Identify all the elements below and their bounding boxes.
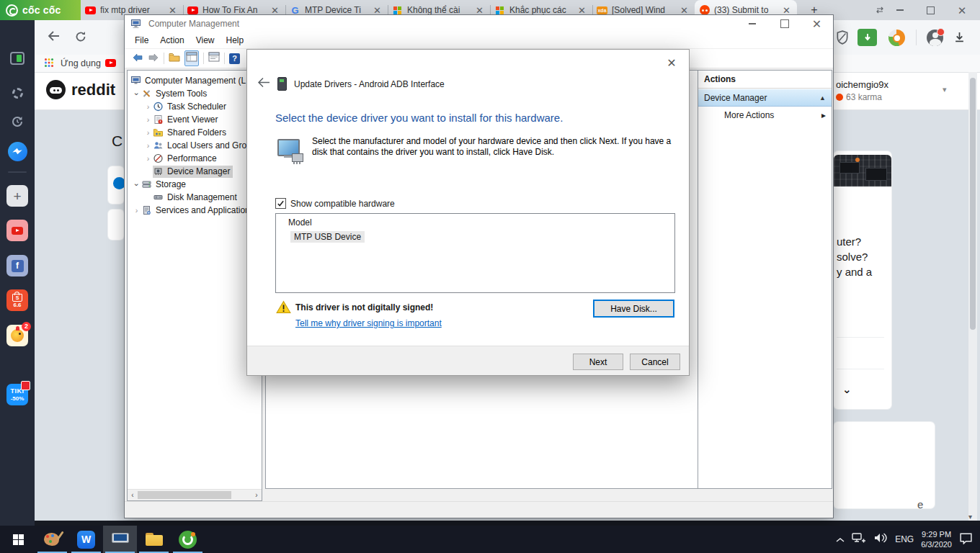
sidebar-history-icon[interactable] xyxy=(6,111,28,132)
cm-close-button[interactable]: ✕ xyxy=(801,15,833,32)
scroll-thumb[interactable] xyxy=(138,491,231,499)
sidebar-youtube-icon[interactable] xyxy=(6,220,28,241)
downloads-tray-icon[interactable] xyxy=(954,32,965,45)
adblock-shield-icon[interactable] xyxy=(836,30,849,48)
menu-action[interactable]: Action xyxy=(154,34,190,47)
browser-reload-icon[interactable] xyxy=(75,31,86,45)
start-button[interactable] xyxy=(1,526,35,553)
toolbar-back-icon[interactable] xyxy=(132,52,143,65)
sidebar-shopee-icon[interactable]: S6.6 xyxy=(6,289,28,311)
expander-closed-icon[interactable] xyxy=(143,116,153,124)
expander-closed-icon[interactable] xyxy=(143,103,153,111)
reddit-logo[interactable]: reddit xyxy=(46,80,115,99)
apps-grid-icon[interactable] xyxy=(45,58,53,67)
page-bottom-strip xyxy=(35,521,980,526)
toolbar-export-icon[interactable] xyxy=(169,52,180,65)
collapse-chevron-icon[interactable]: ⌄ xyxy=(842,383,852,396)
sidebar-messenger-icon[interactable] xyxy=(6,140,28,162)
tray-show-hidden-icons[interactable] xyxy=(836,533,845,546)
cancel-button[interactable]: Cancel xyxy=(630,354,680,370)
driver-signing-link[interactable]: Tell me why driver signing is important xyxy=(295,318,442,328)
next-button[interactable]: Next xyxy=(573,354,623,370)
mtp-usb-device-item[interactable]: MTP USB Device xyxy=(290,231,365,243)
cm-title-bar[interactable]: Computer Management xyxy=(125,15,833,32)
tree-event-viewer[interactable]: Event Viewer xyxy=(128,113,262,126)
browser-back-icon[interactable] xyxy=(48,30,61,45)
browser-close-button[interactable]: ✕ xyxy=(950,0,974,20)
tree-system-tools[interactable]: System Tools xyxy=(128,87,262,100)
expander-open-icon[interactable] xyxy=(132,181,141,189)
sidebar-tiki-icon[interactable]: TIKI-50% xyxy=(6,384,28,405)
scroll-right-arrow[interactable]: › xyxy=(251,491,262,499)
sidebar-add-button[interactable]: + xyxy=(6,185,28,207)
scrollbar-down-arrow[interactable]: ▾ xyxy=(968,513,972,521)
toolbar-help-icon[interactable] xyxy=(229,53,240,64)
tree-device-manager-selected[interactable]: Device Manager xyxy=(128,165,262,178)
coccoc-logo[interactable]: cốc cốc xyxy=(0,0,81,20)
tray-action-center-icon[interactable] xyxy=(959,532,973,547)
coccoc-savings-icon[interactable] xyxy=(888,30,905,46)
show-compatible-hardware-checkbox[interactable]: Show compatible hardware xyxy=(275,198,395,209)
tree-horizontal-scrollbar[interactable]: ‹ › xyxy=(128,489,262,500)
expander-closed-icon[interactable] xyxy=(132,207,141,215)
expander-closed-icon[interactable] xyxy=(143,155,153,163)
taskbar-paint-icon[interactable] xyxy=(35,526,69,553)
toolbar-properties-icon[interactable] xyxy=(208,52,220,65)
expander-closed-icon[interactable] xyxy=(143,142,153,150)
have-disk-button[interactable]: Have Disk... xyxy=(593,300,674,318)
tree-disk-management[interactable]: Disk Management xyxy=(128,191,262,204)
browser-minimize-button[interactable] xyxy=(888,0,912,20)
profile-avatar[interactable] xyxy=(927,30,943,46)
taskbar-computer-management-icon[interactable] xyxy=(103,526,137,553)
sidebar-divider xyxy=(8,171,27,173)
menu-file[interactable]: File xyxy=(129,34,154,47)
tree-performance[interactable]: Performance xyxy=(128,152,262,165)
toolbar-console-tree-icon[interactable] xyxy=(184,50,199,66)
tree-services-applications[interactable]: Services and Application xyxy=(128,204,262,217)
browser-restore-button[interactable] xyxy=(918,0,943,20)
bookmark-youtube-icon[interactable] xyxy=(105,59,116,67)
menu-view[interactable]: View xyxy=(190,34,220,47)
sidebar-panel-icon[interactable] xyxy=(6,48,28,69)
expander-closed-icon[interactable] xyxy=(143,129,153,137)
dialog-heading: Select the device driver you want to ins… xyxy=(275,112,563,124)
checkbox-checked-icon[interactable] xyxy=(275,198,286,209)
expander-open-icon[interactable] xyxy=(132,90,141,98)
toolbar-forward-icon[interactable] xyxy=(148,52,159,65)
cm-maximize-button[interactable] xyxy=(768,15,801,32)
driver-model-listbox[interactable]: Model MTP USB Device xyxy=(275,213,675,293)
reddit-alien-icon xyxy=(46,80,66,99)
dialog-back-arrow-icon[interactable] xyxy=(257,77,270,91)
tray-language-indicator[interactable]: ENG xyxy=(895,534,914,544)
actions-more-actions-row[interactable]: More Actions ▸ xyxy=(698,107,832,124)
reddit-username[interactable]: oichemgio9x xyxy=(836,79,888,90)
reddit-user-dropdown-caret[interactable]: ▾ xyxy=(943,85,947,94)
tree-task-scheduler[interactable]: Task Scheduler xyxy=(128,100,262,113)
window-title: Computer Management xyxy=(148,19,239,29)
bookmark-apps-label[interactable]: Ứng dụng xyxy=(61,58,101,68)
tree-shared-folders[interactable]: Shared Folders xyxy=(128,126,262,139)
menu-help[interactable]: Help xyxy=(220,34,250,47)
tray-network-icon[interactable] xyxy=(852,532,866,547)
tray-clock[interactable]: 9:29 PM 6/3/2020 xyxy=(921,529,952,549)
sidebar-facebook-icon[interactable]: f xyxy=(6,255,28,276)
collapse-up-arrow-icon[interactable]: ▲ xyxy=(819,94,826,102)
youtube-favicon xyxy=(187,6,198,14)
page-scrollbar-thumb[interactable] xyxy=(970,78,976,330)
dialog-title: Update Drivers - Android ADB Interface xyxy=(294,79,445,89)
tree-computer-management[interactable]: Computer Management (L xyxy=(128,74,262,87)
toolbar-divider xyxy=(916,30,917,45)
cm-minimize-button[interactable] xyxy=(736,15,768,32)
dialog-close-button[interactable]: ✕ xyxy=(662,55,682,71)
tray-volume-icon[interactable] xyxy=(873,532,888,547)
sidebar-game-icon[interactable]: 2 xyxy=(6,325,28,346)
actions-device-manager-row[interactable]: Device Manager ▲ xyxy=(698,89,832,107)
download-manager-button[interactable] xyxy=(858,29,877,46)
tree-local-users-groups[interactable]: Local Users and Gro xyxy=(128,139,262,152)
scroll-left-arrow[interactable]: ‹ xyxy=(128,491,138,499)
sidebar-settings-gear-icon[interactable] xyxy=(6,82,28,104)
tree-storage[interactable]: Storage xyxy=(128,178,262,191)
taskbar-file-explorer-icon[interactable] xyxy=(137,526,171,553)
taskbar-coccoc-icon[interactable] xyxy=(171,526,205,553)
taskbar-wps-icon[interactable]: W xyxy=(69,526,103,553)
